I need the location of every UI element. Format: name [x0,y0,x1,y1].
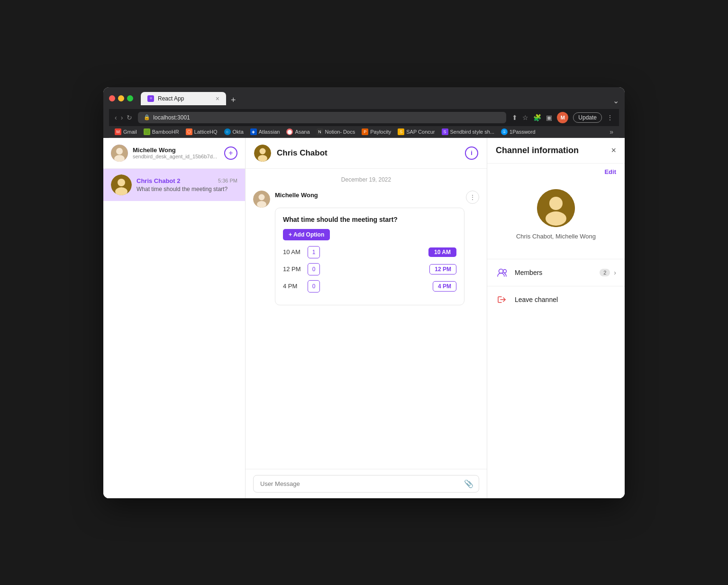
notion-favicon: N [317,128,323,135]
vote-count-1: 1 [308,246,320,258]
bookmark-okta[interactable]: ○ Okta [224,128,244,135]
vote-badge-3[interactable]: 4 PM [433,281,456,292]
compose-button[interactable]: + [224,146,237,160]
members-chevron-icon: › [614,269,616,276]
chat-header-name: Chris Chabot [277,148,459,158]
more-options-icon[interactable]: ⋮ [607,114,613,121]
svg-point-16 [503,269,507,273]
bookmark-bamboohr[interactable]: 🌿 BambooHR [144,128,179,135]
bookmark-atlassian[interactable]: ◈ Atlassian [250,128,280,135]
browser-chrome: ⚛ React App × + ⌄ ‹ › ↻ 🔒 localhost:3001… [103,87,625,138]
attach-icon[interactable]: 📎 [464,479,473,488]
bookmark-sendbird-label: Sendbird style sh... [450,129,495,135]
bookmark-gmail[interactable]: M Gmail [115,128,137,135]
vote-badge-selected-1[interactable]: 10 AM [428,247,456,257]
conv-name-row: Chris Chabot 2 5:36 PM [136,177,237,184]
bookmark-sap[interactable]: S SAP Concur [398,128,435,135]
share-icon[interactable]: ⬆ [512,114,518,121]
message-input-area: 📎 [246,469,487,498]
add-option-button[interactable]: + Add Option [283,229,330,240]
sidebar-icon[interactable]: ▣ [546,114,552,121]
bookmark-sap-label: SAP Concur [406,129,435,135]
poll-label-2: 12 PM [283,265,302,273]
svg-point-1 [116,148,123,155]
address-bar: ‹ › ↻ 🔒 localhost:3001 ⬆ ☆ 🧩 ▣ M Update … [109,109,619,126]
new-tab-button[interactable]: + [228,95,239,105]
bookmarks-bar: M Gmail 🌿 BambooHR ⬡ LatticeHQ ○ Okta ◈ … [109,126,619,138]
channel-info-button[interactable]: i [465,146,478,160]
active-tab[interactable]: ⚛ React App × [141,92,226,105]
traffic-lights [109,95,133,101]
message-content: Michelle Wong ⋮ What time should the mee… [275,191,479,305]
back-button[interactable]: ‹ [115,114,117,121]
more-bookmarks-button[interactable]: » [610,128,613,136]
message-input[interactable] [253,475,479,493]
channel-avatar [537,189,575,227]
svg-point-11 [257,201,266,208]
message-sender-avatar [253,191,270,208]
agent-header: Michelle Wong sendbird_desk_agent_id_15b… [103,138,245,169]
poll-question: What time should the meeting start? [283,216,456,223]
maximize-window-button[interactable] [127,95,133,101]
input-wrapper: 📎 [253,475,479,493]
user-profile-button[interactable]: M [557,112,568,123]
vote-badge-2[interactable]: 12 PM [429,264,456,274]
edit-button[interactable]: Edit [604,168,616,175]
message-sender-name: Michelle Wong [275,192,318,199]
tab-close-button[interactable]: × [216,95,219,102]
bookmark-icon[interactable]: ☆ [522,114,528,121]
vote-count-2: 0 [308,263,320,275]
channel-info-header: Channel information × [487,138,625,164]
url-bar[interactable]: 🔒 localhost:3001 [138,112,506,123]
bookmark-paylocity[interactable]: P Paylocity [362,128,391,135]
tab-bar: ⚛ React App × + ⌄ [141,92,619,105]
extensions-icon[interactable]: 🧩 [533,114,541,121]
channel-members-names: Chris Chabot, Michelle Wong [516,233,596,240]
chat-messages: December 19, 2022 Michelle Wong ⋮ [246,169,487,469]
gmail-favicon: M [115,128,121,135]
poll-label-3: 4 PM [283,283,302,290]
chat-header-avatar [254,145,271,162]
bookmark-latticehq-label: LatticeHQ [194,129,218,135]
lock-icon: 🔒 [144,114,150,120]
channel-info-body-wrapper: Edit Chris Chabot, Michelle Wong [487,164,625,259]
url-text: localhost:3001 [153,114,190,121]
bookmark-notion-label: Notion- Docs [325,129,355,135]
tab-favicon: ⚛ [147,95,154,102]
svg-point-15 [499,269,503,273]
minimize-window-button[interactable] [118,95,124,101]
members-row[interactable]: Members 2 › [487,259,625,286]
poll-label-1: 10 AM [283,248,302,256]
message-menu-button[interactable]: ⋮ [466,191,479,204]
bookmark-bamboohr-label: BambooHR [152,129,179,135]
bookmark-gmail-label: Gmail [123,129,137,135]
toolbar-right: ⬆ ☆ 🧩 ▣ M Update ⋮ [512,112,613,123]
bookmark-latticehq[interactable]: ⬡ LatticeHQ [186,128,218,135]
sendbird-favicon: S [442,128,448,135]
conv-name: Chris Chabot 2 [136,177,180,184]
close-channel-info-button[interactable]: × [611,146,616,155]
tabs-chevron-icon[interactable]: ⌄ [613,96,619,105]
bookmark-paylocity-label: Paylocity [370,129,391,135]
close-window-button[interactable] [109,95,115,101]
bookmark-1password-label: 1Password [510,129,535,135]
agent-info: Michelle Wong sendbird_desk_agent_id_15b… [133,146,219,159]
refresh-button[interactable]: ↻ [127,114,132,121]
left-panel: Michelle Wong sendbird_desk_agent_id_15b… [103,138,246,498]
update-button[interactable]: Update [573,112,602,123]
svg-point-4 [118,179,125,186]
forward-button[interactable]: › [121,114,123,121]
conv-details: Chris Chabot 2 5:36 PM What time should … [136,177,237,192]
tab-title: React App [158,95,184,102]
bookmark-sendbird[interactable]: S Sendbird style sh... [442,128,495,135]
poll-card: What time should the meeting start? + Ad… [275,208,464,305]
atlassian-favicon: ◈ [250,128,257,135]
poll-option-2: 12 PM 0 12 PM [283,263,456,275]
asana-favicon: ⬤ [286,128,293,135]
bookmark-asana[interactable]: ⬤ Asana [286,128,309,135]
bookmark-notion[interactable]: N Notion- Docs [317,128,355,135]
chat-panel: Chris Chabot i December 19, 2022 [246,138,487,498]
leave-channel-row[interactable]: Leave channel [487,286,625,313]
conversation-item[interactable]: Chris Chabot 2 5:36 PM What time should … [103,169,245,201]
bookmark-1password[interactable]: ① 1Password [501,128,535,135]
